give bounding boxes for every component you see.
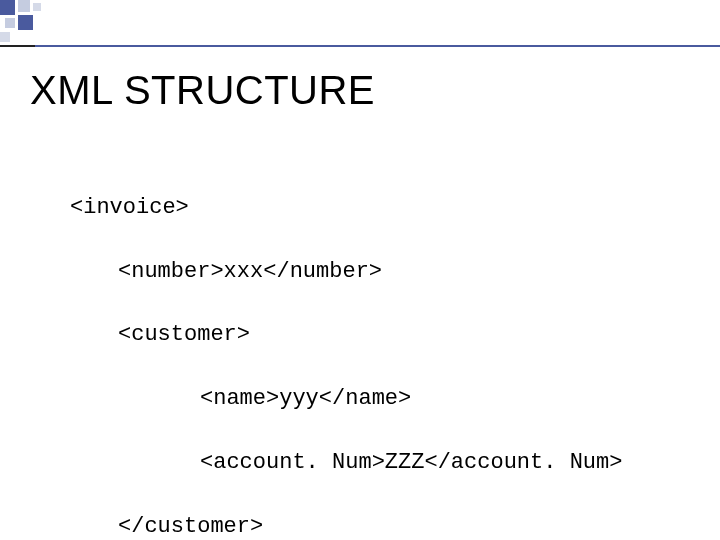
code-line: </customer> [70,511,622,540]
decoration-square [33,3,41,11]
code-line: <invoice> [70,192,622,224]
decoration-square [0,32,10,42]
slide-title: XML STRUCTURE [30,68,375,113]
decoration-square [18,0,30,12]
code-line: <number>xxx</number> [70,256,622,288]
slide-top-rule [0,45,720,47]
decoration-square [18,15,33,30]
slide-corner-decoration [0,0,60,50]
decoration-square [0,0,15,15]
code-line: <customer> [70,319,622,351]
code-block: <invoice> <number>xxx</number> <customer… [70,160,622,540]
code-line: <account. Num>ZZZ</account. Num> [70,447,622,479]
decoration-square [5,18,15,28]
code-line: <name>yyy</name> [70,383,622,415]
slide-top-rule-accent [0,45,35,47]
